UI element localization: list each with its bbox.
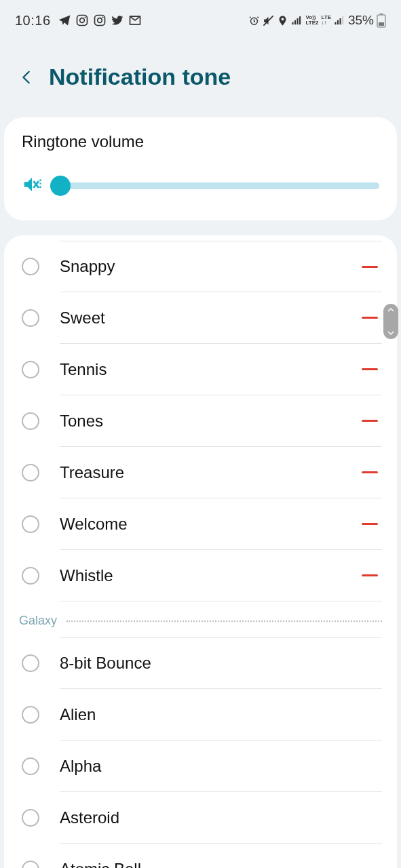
instagram-icon-2 [93,14,107,27]
volume-mute-icon[interactable] [22,174,42,197]
signal-bars-icon [291,15,303,26]
remove-icon[interactable] [362,317,378,319]
svg-rect-10 [297,18,299,24]
alarm-icon [248,15,260,26]
volume-slider-row [22,174,379,197]
svg-rect-17 [379,22,384,26]
chevron-down-icon [387,330,394,336]
page-title: Notification tone [49,64,231,90]
svg-rect-8 [292,22,294,24]
battery-icon [377,13,386,28]
tone-row[interactable]: Atomic Bell [4,844,397,868]
tone-row[interactable]: Tones [4,395,397,447]
mute-icon [263,15,274,26]
status-bar: 10:16 Vo)) LTE2 [0,0,401,37]
tone-row[interactable]: 8-bit Bounce [4,637,397,689]
signal-bars-icon-2 [334,15,345,26]
svg-rect-14 [339,18,341,24]
tone-label: Whistle [60,566,113,585]
status-left: 10:16 [15,13,142,28]
radio-button[interactable] [22,361,39,378]
svg-point-4 [97,18,102,23]
back-button[interactable] [19,67,34,87]
radio-button[interactable] [22,706,39,724]
tone-row-inner: Sweet [60,292,382,344]
tone-row[interactable]: Snappy [4,241,397,292]
twitter-icon [111,14,124,27]
svg-rect-12 [335,22,336,24]
tone-row-inner: Welcome [60,498,382,550]
volume-slider-thumb[interactable] [50,176,71,196]
tone-label: Welcome [60,515,128,534]
tone-row-inner: Alpha [60,741,382,792]
tone-label: Treasure [60,463,124,482]
section-header: Galaxy [4,601,397,632]
radio-button[interactable] [22,654,39,672]
tone-label: Tennis [60,360,107,379]
tone-row-inner: 8-bit Bounce [60,637,382,689]
radio-button[interactable] [22,515,39,533]
telegram-icon [58,14,71,27]
remove-icon[interactable] [362,523,378,525]
tone-label: Snappy [60,257,115,276]
tone-label: 8-bit Bounce [60,654,151,673]
status-right: Vo)) LTE2 LTE ↓↑ 35% [248,13,386,28]
radio-button[interactable] [22,809,39,827]
tone-row-inner: Snappy [60,241,382,292]
radio-button[interactable] [22,258,39,275]
tone-row[interactable]: Treasure [4,447,397,498]
radio-button[interactable] [22,861,39,868]
tone-row[interactable]: Alien [4,689,397,741]
instagram-icon [75,14,89,27]
remove-icon[interactable] [362,471,378,473]
svg-rect-11 [300,16,301,24]
data-arrows-icon: ↓↑ [321,20,331,26]
radio-button[interactable] [22,464,39,481]
tone-row-inner: Alien [60,689,382,741]
tone-row-inner: Whistle [60,550,382,601]
radio-button[interactable] [22,567,39,585]
ringtone-volume-card: Ringtone volume [4,117,397,220]
svg-rect-13 [337,20,339,24]
tone-row[interactable]: Tennis [4,344,397,395]
tone-row[interactable]: Whistle [4,550,397,601]
svg-rect-9 [294,20,296,24]
section-header-label: Galaxy [19,614,57,628]
volume-slider[interactable] [54,182,379,189]
battery-percent: 35% [348,13,374,28]
section-divider [66,620,382,622]
svg-point-2 [84,16,85,18]
tone-label: Alpha [60,757,101,776]
tone-label: Alien [60,705,96,724]
remove-icon[interactable] [362,574,378,576]
tone-row[interactable]: Asteroid [4,792,397,844]
tone-row[interactable]: Welcome [4,498,397,550]
remove-icon[interactable] [362,368,378,370]
chevron-left-icon [19,67,34,87]
tones-list-card: SnappySweetTennisTonesTreasureWelcomeWhi… [4,235,397,868]
volte-indicator: Vo)) LTE2 [305,15,318,26]
tone-label: Atomic Bell [60,860,141,869]
tone-row-inner: Tennis [60,344,382,395]
status-time: 10:16 [15,13,51,28]
svg-rect-15 [342,16,343,24]
remove-icon[interactable] [362,420,378,422]
svg-point-5 [102,16,103,18]
lte-indicator: LTE ↓↑ [321,15,331,26]
tone-row-inner: Asteroid [60,792,382,844]
radio-button[interactable] [22,309,39,327]
tone-label: Sweet [60,309,105,328]
chevron-up-icon [387,307,394,313]
tone-row-inner: Treasure [60,447,382,498]
gmail-icon [128,14,142,27]
radio-button[interactable] [22,412,39,430]
tone-label: Asteroid [60,808,119,827]
radio-button[interactable] [22,757,39,775]
tone-row[interactable]: Alpha [4,741,397,792]
tone-row[interactable]: Sweet [4,292,397,344]
fast-scroll-handle[interactable] [383,304,398,339]
lte2-label: LTE2 [305,20,318,26]
tone-label: Tones [60,412,103,431]
remove-icon[interactable] [362,266,378,268]
tone-section: SnappySweetTennisTonesTreasureWelcomeWhi… [4,235,397,601]
